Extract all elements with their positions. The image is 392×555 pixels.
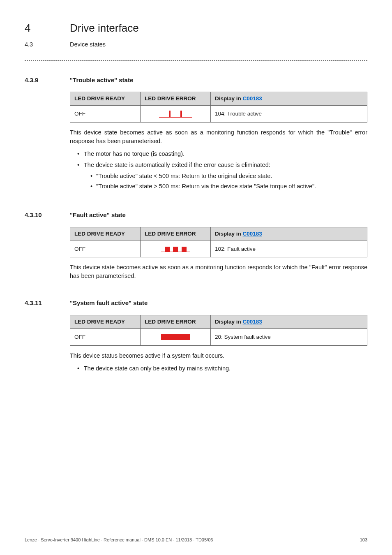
- link-c00183[interactable]: C00183: [243, 231, 262, 237]
- th-display: Display in C00183: [211, 227, 367, 240]
- chapter-number: 4: [25, 21, 70, 36]
- footer-left: Lenze · Servo-Inverter 9400 HighLine · R…: [25, 537, 213, 543]
- footer-page-number: 103: [360, 537, 367, 543]
- th-led-error: LED DRIVE ERROR: [141, 227, 211, 240]
- link-c00183[interactable]: C00183: [243, 95, 262, 102]
- th-led-ready: LED DRIVE READY: [70, 227, 141, 240]
- list-item-text: The device state can only be exited by m…: [84, 365, 231, 372]
- td-led-error: [141, 106, 211, 123]
- list-item: The device state is automatically exited…: [77, 161, 367, 191]
- th-led-error: LED DRIVE ERROR: [141, 315, 211, 329]
- chapter-title: Drive interface: [70, 21, 139, 36]
- section-title: "System fault active" state: [70, 298, 148, 308]
- state-table: LED DRIVE READY LED DRIVE ERROR Display …: [70, 315, 367, 346]
- divider: [25, 60, 367, 61]
- td-display: 20: System fault active: [211, 328, 367, 345]
- section-title: "Trouble active" state: [70, 76, 133, 85]
- section-paragraph: This device state becomes active as soon…: [70, 263, 367, 280]
- td-display: 104: Trouble active: [211, 106, 367, 123]
- th-led-error: LED DRIVE ERROR: [141, 92, 211, 106]
- th-led-ready: LED DRIVE READY: [70, 315, 141, 329]
- th-display-prefix: Display in: [215, 231, 243, 237]
- list-item-text: "Trouble active" state > 500 ms: Return …: [96, 183, 316, 190]
- state-table: LED DRIVE READY LED DRIVE ERROR Display …: [70, 227, 367, 258]
- list-item-text: The motor has no torque (is coasting).: [84, 150, 184, 157]
- td-display: 102: Fault active: [211, 240, 367, 257]
- state-table: LED DRIVE READY LED DRIVE ERROR Display …: [70, 92, 367, 123]
- link-c00183[interactable]: C00183: [243, 319, 262, 325]
- list-item: "Trouble active" state > 500 ms: Return …: [90, 182, 367, 191]
- th-led-ready: LED DRIVE READY: [70, 92, 141, 106]
- td-led-error: [141, 240, 211, 257]
- th-display: Display in C00183: [211, 92, 367, 106]
- subchapter-title: Device states: [70, 40, 106, 49]
- list-item: The device state can only be exited by m…: [77, 364, 367, 373]
- led-solid-icon: [161, 334, 190, 340]
- list-item: The motor has no torque (is coasting).: [77, 150, 367, 158]
- td-led-ready: OFF: [70, 106, 141, 123]
- section-number: 4.3.10: [25, 210, 70, 220]
- td-led-error: [141, 328, 211, 345]
- subchapter-number: 4.3: [25, 40, 70, 49]
- td-led-ready: OFF: [70, 328, 141, 345]
- th-display-prefix: Display in: [215, 319, 243, 325]
- th-display: Display in C00183: [211, 315, 367, 329]
- section-paragraph: This device state becomes active as soon…: [70, 128, 367, 146]
- th-display-prefix: Display in: [215, 95, 243, 102]
- section-number: 4.3.11: [25, 298, 70, 308]
- list-item-text: "Trouble active" state < 500 ms: Return …: [96, 173, 272, 179]
- led-fault-icon: [161, 246, 190, 252]
- list-item-text: The device state is automatically exited…: [84, 162, 270, 168]
- led-trouble-icon: [159, 111, 192, 118]
- section-title: "Fault active" state: [70, 210, 126, 220]
- td-led-ready: OFF: [70, 240, 141, 257]
- section-paragraph: This device status becomes active if a s…: [70, 352, 367, 360]
- list-item: "Trouble active" state < 500 ms: Return …: [90, 172, 367, 180]
- section-number: 4.3.9: [25, 76, 70, 85]
